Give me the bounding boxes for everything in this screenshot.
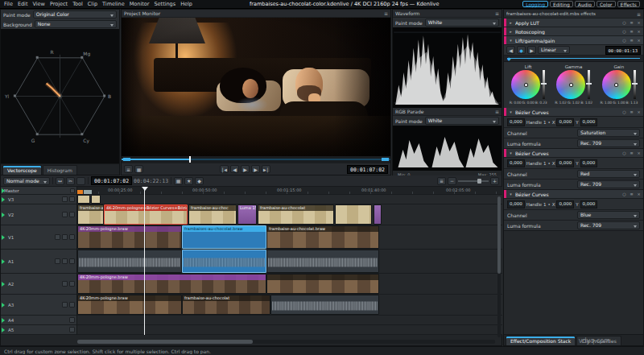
timeline-clip[interactable] xyxy=(77,195,90,204)
tab-vectorscope[interactable]: Vectorscope xyxy=(2,165,42,175)
handle-y-spinbox[interactable]: 0,000 xyxy=(580,118,598,126)
keyframe-interp-select[interactable]: Linear xyxy=(538,46,570,54)
background-select[interactable]: None xyxy=(35,20,117,28)
effect-close-icon[interactable]: × xyxy=(636,109,642,114)
play-button[interactable]: ▶ xyxy=(241,165,250,173)
menu-edit[interactable]: Edit xyxy=(18,1,28,7)
timeline-clip[interactable]: frambaise-au-chocolat xyxy=(182,295,270,315)
timeline-audio-clip-selected[interactable] xyxy=(182,250,266,273)
monitor-menu-button[interactable]: ≡ xyxy=(124,165,133,173)
effect-enable-icon[interactable]: ○ xyxy=(621,109,627,114)
handle-x-spinbox[interactable]: 0,000 xyxy=(556,200,574,208)
menu-project[interactable]: Project xyxy=(50,1,68,7)
timeline-clip[interactable]: frambaise-au-chocolat xyxy=(258,204,334,225)
bezier-value-spinbox[interactable]: 0,000 xyxy=(507,200,525,208)
track-record-icon[interactable] xyxy=(69,258,75,264)
marker-button[interactable] xyxy=(76,177,85,185)
favorite-effects-button[interactable]: ★ xyxy=(184,177,193,185)
menu-monitor[interactable]: Monitor xyxy=(130,1,150,7)
monitor-grid-button[interactable]: ▦ xyxy=(134,165,143,173)
timeline-clip[interactable]: frambaise-au-choc xyxy=(188,204,237,225)
timeline-audio-clip[interactable] xyxy=(270,295,379,315)
effect-menu-icon[interactable]: ≡ xyxy=(629,109,634,114)
effect-close-icon[interactable]: × xyxy=(636,38,642,43)
luma-formula-select[interactable]: Rec. 709 xyxy=(577,180,640,188)
paint-mode-select[interactable]: Original Color xyxy=(33,10,117,19)
skip-back-button[interactable]: |◀ xyxy=(220,165,229,173)
zoom-slider[interactable] xyxy=(458,180,489,182)
track-lock-icon[interactable] xyxy=(69,212,75,217)
timeline-clip[interactable] xyxy=(91,195,101,204)
timeline-clip[interactable]: 4K-20mm-pologne.braw xyxy=(77,295,182,315)
timeline-playhead[interactable] xyxy=(144,187,145,335)
monitor-zone-start[interactable] xyxy=(123,158,130,161)
track-lock-icon[interactable] xyxy=(69,302,75,308)
timeline-clip[interactable]: frambaise-au-chocolat.braw xyxy=(266,225,379,249)
collapse-icon[interactable]: ▾ xyxy=(508,38,514,43)
timeline-clip[interactable] xyxy=(335,204,372,225)
bezier-value-spinbox[interactable]: 0,000 xyxy=(507,118,525,126)
keyframe-ruler[interactable]: ◆ xyxy=(504,56,643,62)
tab-effect-composition-stack[interactable]: Effect/Composition Stack xyxy=(506,336,576,345)
track-effects-icon[interactable] xyxy=(69,234,75,240)
track-hide-icon[interactable] xyxy=(62,212,68,217)
zoom-in-button[interactable]: + xyxy=(490,177,499,185)
effect-menu-icon[interactable]: ≡ xyxy=(629,29,634,34)
timeline-hscrollbar[interactable] xyxy=(77,340,495,344)
workspace-editing-button[interactable]: Editing xyxy=(550,1,573,7)
effect-enable-icon[interactable]: ○ xyxy=(621,38,627,43)
track-lock-icon[interactable] xyxy=(62,234,68,240)
master-track-header[interactable]: Master xyxy=(1,187,77,195)
menu-clip[interactable]: Clip xyxy=(88,1,97,7)
effect-row-bezier-saturation[interactable]: ▾ Bézier Curves ○ ≡ × xyxy=(504,108,643,117)
handle-y-spinbox[interactable]: 0,000 xyxy=(580,200,598,208)
track-hide-icon[interactable] xyxy=(55,234,60,240)
gain-color-wheel[interactable] xyxy=(602,70,631,99)
menu-timeline[interactable]: Timeline xyxy=(102,1,125,7)
frame-back-button[interactable]: ◀ xyxy=(230,165,239,173)
tab-histogram[interactable]: Histogram xyxy=(43,165,77,175)
gain-level-slider[interactable] xyxy=(634,70,636,99)
effect-enable-icon[interactable]: ○ xyxy=(621,20,627,25)
collapse-icon[interactable]: ▾ xyxy=(508,109,514,114)
effect-menu-icon[interactable]: ≡ xyxy=(629,151,634,155)
rgb-parade-menu-icon[interactable]: ≡ xyxy=(495,109,499,114)
timeline-clip-selected[interactable]: frambaises-au-chocolat.braw xyxy=(182,225,266,249)
timeline-transition-clip[interactable]: Luma 15 xyxy=(237,204,257,225)
keyframe-next-button[interactable]: ▶ xyxy=(527,46,536,54)
timeline-transition-clip[interactable] xyxy=(374,204,382,225)
parade-paint-select[interactable]: White xyxy=(425,117,499,125)
timeline-clip[interactable] xyxy=(266,274,379,294)
timeline-vscrollbar[interactable] xyxy=(497,196,501,337)
effect-enable-icon[interactable]: ○ xyxy=(621,151,627,155)
collapse-icon[interactable]: ▾ xyxy=(508,151,514,155)
timeline-clip[interactable]: 4K-20mm-pologne.braw xyxy=(77,274,266,294)
timeline-audio-clip[interactable] xyxy=(77,250,182,273)
track-mute-icon[interactable] xyxy=(55,258,60,264)
timeline-audio-clip[interactable] xyxy=(266,250,379,273)
menu-file[interactable]: File xyxy=(4,1,13,7)
keyframe-prev-button[interactable]: ◀ xyxy=(506,46,515,54)
timeline-clip-selected[interactable]: 4K-20mm-pologne+Bézier Curves+Bézier Cur… xyxy=(104,204,188,225)
menu-help[interactable]: Help xyxy=(180,1,192,7)
edit-mode-select[interactable]: Normal mode xyxy=(3,177,50,185)
effect-menu-icon[interactable]: ≡ xyxy=(629,38,634,43)
spacer-tool-button[interactable]: ↔ xyxy=(56,177,64,185)
lift-level-slider[interactable] xyxy=(543,70,545,99)
zoom-out-button[interactable]: − xyxy=(448,177,456,185)
workspace-color-button[interactable]: Color xyxy=(597,1,616,7)
workspace-audio-button[interactable]: Audio xyxy=(575,1,595,7)
timeline-menu-button[interactable]: ≡ xyxy=(437,177,446,185)
timeline-clip[interactable]: frambaise-a xyxy=(77,204,104,225)
effect-close-icon[interactable]: × xyxy=(636,151,642,155)
effect-close-icon[interactable]: × xyxy=(636,20,642,25)
track-mute-icon[interactable] xyxy=(62,281,68,287)
snap-button[interactable]: ▦ xyxy=(174,177,183,185)
monitor-zone-end[interactable] xyxy=(382,158,389,161)
track-mute-icon[interactable] xyxy=(62,302,68,308)
effect-enable-icon[interactable]: ○ xyxy=(621,29,627,34)
waveform-paint-select[interactable]: White xyxy=(425,19,499,27)
effect-row-rotoscoping[interactable]: ▸ Rotoscoping ○ ≡ × xyxy=(504,27,643,36)
effect-row-bezier-blue[interactable]: ▾ Bézier Curves ○ ≡ × xyxy=(504,190,643,199)
track-hide-icon[interactable] xyxy=(62,196,68,202)
